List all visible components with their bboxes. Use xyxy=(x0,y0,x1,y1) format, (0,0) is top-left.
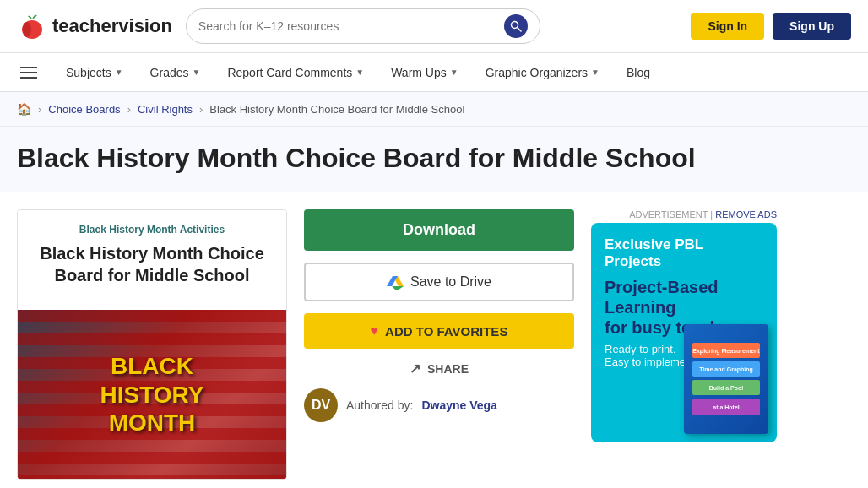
nav-item-report-card[interactable]: Report Card Comments ▼ xyxy=(215,53,376,92)
share-label: SHARE xyxy=(427,362,469,376)
breadcrumb-separator: › xyxy=(199,103,203,116)
page-title-area: Black History Month Choice Board for Mid… xyxy=(0,127,868,192)
share-icon: ↗ xyxy=(410,361,420,377)
search-submit-button[interactable] xyxy=(504,14,528,38)
breadcrumb-choice-boards-link[interactable]: Choice Boards xyxy=(48,103,120,116)
ad-exclusive-label: Exclusive PBL Projects xyxy=(605,236,763,270)
site-header: teachervision Sign In Sign Up xyxy=(0,0,868,53)
chevron-down-icon: ▼ xyxy=(450,68,458,77)
nav-item-blog[interactable]: Blog xyxy=(615,53,662,92)
signup-button[interactable]: Sign Up xyxy=(773,13,851,40)
action-area: Download Save to Drive ♥ ADD TO FAVORITE… xyxy=(304,209,574,480)
nav-item-graphic-organizers[interactable]: Graphic Organizers ▼ xyxy=(474,53,611,92)
remove-ads-button[interactable]: REMOVE ADS xyxy=(715,209,777,220)
card-image: BLACK HISTORY MONTH xyxy=(18,310,286,479)
resource-card-preview: Black History Month Activities Black His… xyxy=(17,209,287,480)
breadcrumb-current: Black History Month Choice Board for Mid… xyxy=(209,103,464,116)
nav-item-warm-ups[interactable]: Warm Ups ▼ xyxy=(379,53,470,92)
ad-label: ADVERTISEMENT | REMOVE ADS xyxy=(591,209,777,220)
ad-card: Exclusive PBL Projects Project-Based Lea… xyxy=(591,223,777,442)
main-nav: Subjects ▼ Grades ▼ Report Card Comments… xyxy=(0,53,868,92)
svg-marker-6 xyxy=(387,286,404,290)
main-content: Black History Month Activities Black His… xyxy=(0,192,868,488)
home-icon: 🏠 xyxy=(17,102,31,116)
ad-book-image: Exploring Measurement Time and Graphing … xyxy=(684,324,768,434)
breadcrumb-civil-rights-link[interactable]: Civil Rights xyxy=(138,103,193,116)
logo-link[interactable]: teachervision xyxy=(17,11,172,41)
chevron-down-icon: ▼ xyxy=(591,68,599,77)
logo-apple-icon xyxy=(17,11,47,41)
svg-line-3 xyxy=(517,28,521,32)
nav-item-grades[interactable]: Grades ▼ xyxy=(138,53,213,92)
author-prefix: Authored by: xyxy=(346,399,413,412)
save-to-drive-label: Save to Drive xyxy=(410,274,491,290)
add-to-favorites-button[interactable]: ♥ ADD TO FAVORITES xyxy=(304,313,574,349)
share-button[interactable]: ↗ SHARE xyxy=(304,361,574,377)
chevron-down-icon: ▼ xyxy=(355,68,364,77)
nav-item-subjects[interactable]: Subjects ▼ xyxy=(54,53,135,92)
breadcrumb-separator: › xyxy=(127,103,131,116)
author-avatar: DV xyxy=(304,388,338,422)
logo-text: teachervision xyxy=(52,15,172,37)
page-title: Black History Month Choice Board for Mid… xyxy=(17,142,851,174)
auth-buttons: Sign In Sign Up xyxy=(691,13,851,40)
card-image-text: BLACK HISTORY MONTH xyxy=(100,352,204,437)
card-title: Black History Month Choice Board for Mid… xyxy=(31,242,273,286)
author-name-link[interactable]: Dwayne Vega xyxy=(421,399,497,412)
breadcrumb-home-link[interactable]: 🏠 xyxy=(17,102,31,116)
signin-button[interactable]: Sign In xyxy=(691,13,764,40)
search-icon xyxy=(510,20,522,32)
breadcrumb-separator: › xyxy=(38,103,41,116)
heart-icon: ♥ xyxy=(371,323,379,339)
google-drive-icon xyxy=(387,274,404,290)
svg-point-1 xyxy=(23,22,31,37)
chevron-down-icon: ▼ xyxy=(115,68,123,77)
save-to-drive-button[interactable]: Save to Drive xyxy=(304,263,574,301)
search-input[interactable] xyxy=(198,19,497,33)
author-row: DV Authored by: Dwayne Vega xyxy=(304,388,574,422)
card-subtitle: Black History Month Activities xyxy=(31,224,273,236)
breadcrumb: 🏠 › Choice Boards › Civil Rights › Black… xyxy=(0,92,868,127)
advertisement-area: ADVERTISEMENT | REMOVE ADS Exclusive PBL… xyxy=(591,209,777,480)
hamburger-menu-button[interactable] xyxy=(17,63,41,82)
chevron-down-icon: ▼ xyxy=(193,68,201,77)
favorites-label: ADD TO FAVORITES xyxy=(385,324,507,339)
search-bar xyxy=(186,8,540,44)
download-button[interactable]: Download xyxy=(304,209,574,251)
